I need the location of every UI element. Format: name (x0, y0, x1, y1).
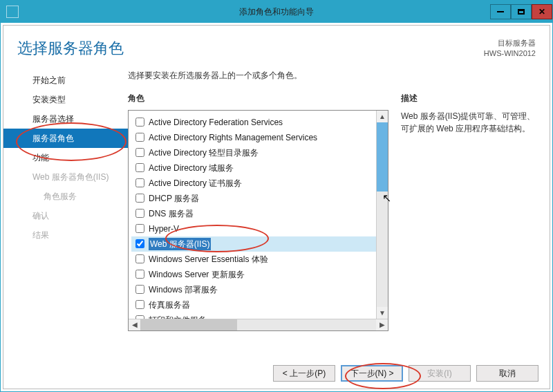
role-label: DNS 服务器 (149, 207, 194, 220)
description-heading: 描述 (401, 93, 536, 104)
role-label: 打印和文件服务 (149, 314, 207, 319)
body: 开始之前安装类型服务器选择服务器角色功能Web 服务器角色(IIS)角色服务确认… (3, 66, 550, 358)
role-row-5[interactable]: DHCP 服务器 (131, 191, 376, 206)
role-label: Web 服务器(IIS) (149, 238, 211, 250)
nav-item-5: Web 服务器角色(IIS) (3, 167, 128, 187)
role-checkbox[interactable] (135, 209, 144, 218)
wizard-window: 添加角色和功能向导 ✕ 选择服务器角色 目标服务器 HWS-WIN2012 开始… (0, 0, 553, 392)
roles-panel: 选择要安装在所选服务器上的一个或多个角色。 角色 Active Director… (128, 66, 388, 358)
role-label: Windows Server Essentials 体验 (149, 253, 268, 265)
role-row-11[interactable]: Windows 部署服务 (131, 282, 376, 297)
hscroll-left-icon[interactable]: ◀ (129, 319, 140, 330)
description-panel: 描述 Web 服务器(IIS)提供可靠、可管理、可扩展的 Web 应用程序基础结… (401, 66, 536, 358)
nav-item-6: 角色服务 (3, 187, 128, 206)
role-label: Active Directory Rights Management Servi… (149, 131, 317, 144)
role-label: Windows Server 更新服务 (149, 268, 245, 281)
hscroll-right-icon[interactable]: ▶ (376, 319, 388, 330)
header-row: 选择服务器角色 目标服务器 HWS-WIN2012 (3, 26, 550, 66)
role-row-10[interactable]: Windows Server 更新服务 (131, 267, 376, 282)
roles-listbox: Active Directory Federation ServicesActi… (128, 110, 388, 331)
role-checkbox[interactable] (135, 163, 144, 172)
role-checkbox[interactable] (135, 315, 144, 319)
instruction-text: 选择要安装在所选服务器上的一个或多个角色。 (128, 70, 388, 82)
role-row-13[interactable]: 打印和文件服务 (131, 312, 376, 319)
role-label: Active Directory Federation Services (149, 116, 283, 129)
role-row-6[interactable]: DNS 服务器 (131, 206, 376, 221)
role-label: Hyper-V (149, 223, 179, 235)
close-button[interactable]: ✕ (532, 4, 552, 19)
button-row: < 上一步(P) 下一步(N) > 安装(I) 取消 (3, 358, 550, 389)
role-label: Active Directory 轻型目录服务 (149, 147, 259, 159)
scroll-down-icon[interactable]: ▼ (377, 307, 388, 319)
role-checkbox[interactable] (135, 224, 144, 233)
client-area: 选择服务器角色 目标服务器 HWS-WIN2012 开始之前安装类型服务器选择服… (3, 25, 550, 389)
horizontal-scrollbar[interactable]: ◀ ▶ (129, 319, 388, 330)
hscroll-thumb[interactable] (140, 319, 237, 330)
scroll-up-icon[interactable]: ▲ (377, 111, 388, 122)
nav-item-8: 结果 (3, 225, 128, 245)
window-title: 添加角色和功能向导 (1, 6, 552, 18)
role-checkbox[interactable] (135, 254, 144, 263)
cancel-button[interactable]: 取消 (476, 365, 538, 382)
role-row-4[interactable]: Active Directory 证书服务 (131, 176, 376, 191)
role-checkbox[interactable] (135, 194, 144, 203)
page-title: 选择服务器角色 (17, 38, 124, 59)
titlebar: 添加角色和功能向导 ✕ (1, 1, 552, 23)
target-server-label: 目标服务器 (484, 38, 536, 48)
app-icon (6, 6, 19, 18)
maximize-button[interactable] (511, 4, 532, 19)
hscroll-track[interactable] (237, 319, 376, 330)
description-text: Web 服务器(IIS)提供可靠、可管理、可扩展的 Web 应用程序基础结构。 (401, 110, 536, 135)
role-row-12[interactable]: 传真服务器 (131, 297, 376, 312)
nav-item-2[interactable]: 服务器选择 (3, 109, 128, 129)
main-area: 选择要安装在所选服务器上的一个或多个角色。 角色 Active Director… (128, 66, 550, 358)
wizard-nav: 开始之前安装类型服务器选择服务器角色功能Web 服务器角色(IIS)角色服务确认… (3, 66, 128, 358)
role-label: Active Directory 证书服务 (149, 177, 242, 189)
scroll-thumb[interactable] (377, 122, 388, 192)
role-checkbox[interactable] (135, 300, 144, 309)
role-checkbox[interactable] (135, 118, 144, 127)
target-server-name: HWS-WIN2012 (484, 48, 536, 59)
role-label: Windows 部署服务 (149, 283, 218, 296)
nav-item-3[interactable]: 服务器角色 (3, 129, 128, 148)
role-checkbox[interactable] (135, 239, 144, 248)
roles-heading: 角色 (128, 93, 388, 104)
role-checkbox[interactable] (135, 148, 144, 157)
role-row-8[interactable]: Web 服务器(IIS) (131, 236, 376, 252)
previous-button[interactable]: < 上一步(P) (273, 365, 335, 382)
role-label: DHCP 服务器 (149, 192, 199, 205)
role-checkbox[interactable] (135, 178, 144, 187)
role-row-7[interactable]: Hyper-V (131, 221, 376, 236)
role-checkbox[interactable] (135, 285, 144, 294)
role-row-3[interactable]: Active Directory 域服务 (131, 160, 376, 176)
role-row-9[interactable]: Windows Server Essentials 体验 (131, 252, 376, 267)
target-server-block: 目标服务器 HWS-WIN2012 (484, 38, 536, 59)
role-checkbox[interactable] (135, 270, 144, 279)
minimize-button[interactable] (490, 4, 511, 19)
role-row-2[interactable]: Active Directory 轻型目录服务 (131, 145, 376, 160)
role-row-1[interactable]: Active Directory Rights Management Servi… (131, 130, 376, 145)
role-label: Active Directory 域服务 (149, 162, 234, 174)
role-label: 传真服务器 (149, 299, 190, 311)
scroll-track[interactable] (377, 192, 388, 307)
vertical-scrollbar[interactable]: ▲ ▼ (376, 111, 388, 319)
nav-item-4[interactable]: 功能 (3, 148, 128, 167)
window-buttons: ✕ (490, 5, 552, 19)
role-row-0[interactable]: Active Directory Federation Services (131, 115, 376, 130)
next-button[interactable]: 下一步(N) > (341, 365, 403, 382)
roles-list[interactable]: Active Directory Federation ServicesActi… (129, 111, 376, 319)
nav-item-7: 确认 (3, 206, 128, 225)
nav-item-1[interactable]: 安装类型 (3, 90, 128, 109)
install-button: 安装(I) (409, 365, 471, 382)
nav-item-0[interactable]: 开始之前 (3, 71, 128, 90)
role-checkbox[interactable] (135, 133, 144, 142)
